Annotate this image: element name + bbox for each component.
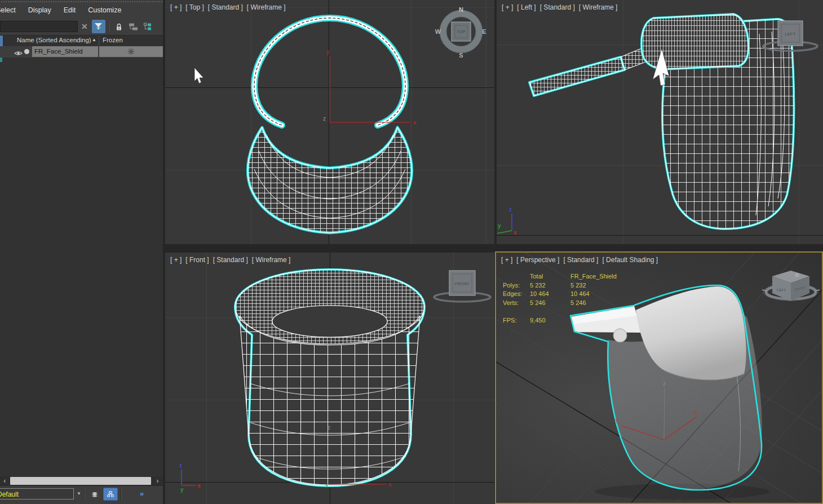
scene-explorer-menubar: Select Display Edit Customize [0,5,121,16]
hierarchy-flowchart-icon [107,490,114,498]
viewport-menu-shading[interactable]: [ Default Shading ] [602,256,658,264]
preset-dropdown[interactable]: Default [0,488,74,499]
viewcube-face-label: FRONT [455,281,470,286]
stats-total: 5 246 [530,299,546,306]
menu-select[interactable]: Select [0,5,16,16]
axis-label-x: x [413,119,417,126]
viewport-menu-general[interactable]: [ + ] [501,256,512,264]
preset-caret-icon[interactable]: ▼ [77,491,81,496]
hierarchy-expand-icon [144,23,153,31]
layers-icon [91,490,98,499]
axis-label-z: z [663,381,666,387]
viewport-menu-pov[interactable]: [ Left ] [517,3,536,11]
viewport-menu-shading[interactable]: [ Wireframe ] [252,256,291,264]
funnel-icon [94,22,103,31]
axis-label-y: y [326,48,330,55]
viewport-menu-shading[interactable]: [ Wireframe ] [579,3,618,11]
clipped-icon-fragment [0,58,2,62]
table-row[interactable]: FR_Face_Shield [0,46,163,58]
mouse-cursor [194,68,203,83]
lock-icon [115,23,123,31]
viewport-label: [ + ] [ Top ] [ Standard ] [ Wireframe ] [170,3,286,11]
svg-text:x: x [197,483,201,489]
viewport-menu-standard[interactable]: [ Standard ] [540,3,575,11]
viewport-menu-standard[interactable]: [ Standard ] [213,256,248,264]
viewport-front[interactable]: x y z z x y FRONT [ [165,253,494,504]
viewport-menu-shading[interactable]: [ Wireframe ] [247,3,286,11]
frozen-cell[interactable] [99,46,163,57]
scene-explorer-panel: Select Display Edit Customize ✕ [0,0,163,504]
sort-by-hierarchy-button[interactable] [103,488,118,501]
viewport-left[interactable]: z y x LEFT [ + ] [ Left ] [ Standard ] [… [497,0,823,244]
expand-hierarchy-button[interactable] [141,20,155,33]
axis-label-x: x [514,229,517,236]
stats-object: 10 464 [570,290,590,297]
axis-label-y: y [498,223,501,229]
stats-object: 5 232 [570,282,586,289]
axis-label-z: z [323,116,326,122]
search-toolbar: ✕ [0,19,156,34]
front-view-axis-tripod: z x y [179,462,201,493]
viewport-menu-general[interactable]: [ + ] [170,256,182,264]
horizontal-scrollbar[interactable]: ‹ › [0,476,163,485]
column-divider[interactable] [99,36,99,46]
scrollbar-thumb[interactable] [10,477,151,485]
lock-button[interactable] [112,20,126,33]
toolbar-separator [84,488,85,501]
left-view-axis-tripod: z y x [497,206,517,236]
scroll-right-arrow[interactable]: › [153,476,162,485]
axis-label-x: x [388,481,392,488]
viewcube-front[interactable]: FRONT [424,269,494,309]
stats-object: 5 246 [570,299,586,306]
fps-value: 9,450 [530,317,546,324]
axis-label-x: X [694,410,698,416]
stats-total: 10 464 [530,290,549,297]
viewport-menu-general[interactable]: [ + ] [502,3,513,11]
viewcube-top[interactable]: TOP N E S W [430,5,493,61]
viewport-menu-standard[interactable]: [ Standard ] [208,3,243,11]
object-type-dot-icon[interactable] [24,49,29,54]
viewport-menu-general[interactable]: [ + ] [170,3,182,11]
viewcube-face-label: LEFT [785,32,796,37]
toolbar-separator [108,21,109,32]
viewport-menu-pov[interactable]: [ Top ] [185,3,203,11]
search-input[interactable] [0,21,78,32]
viewcube-perspective[interactable]: LEFT FRONT [760,264,822,315]
viewport-menu-pov[interactable]: [ Front ] [185,256,209,264]
selection-column-chip [0,36,3,46]
scroll-left-arrow[interactable]: ‹ [0,476,10,485]
clear-search-icon[interactable]: ✕ [81,22,88,31]
viewport-menu-pov[interactable]: [ Perspective ] [516,256,559,264]
fps-label: FPS: [503,317,516,324]
object-name-cell[interactable]: FR_Face_Shield [32,46,98,57]
menu-customize[interactable]: Customize [88,5,121,16]
sort-ascending-icon: ▲ [92,37,96,42]
compass-north: N [459,6,463,13]
front-view-wireframe-model [235,269,424,486]
column-header-name[interactable]: Name (Sorted Ascending) [17,37,91,43]
viewport-top[interactable]: y x z TOP N E S W [ + ] [ Top ] [165,0,494,244]
menu-edit[interactable]: Edit [64,5,76,16]
viewport-label: [ + ] [ Left ] [ Standard ] [ Wireframe … [502,3,617,11]
frozen-snowflake-icon [127,48,135,55]
stats-label: Verts: [503,299,519,306]
svg-text:z: z [179,462,182,468]
axis-label-y: y [325,482,328,488]
statistics-overlay: Total FR_Face_Shield Polys: 5 232 5 232 … [501,268,641,330]
viewport-perspective[interactable]: z X Y LEFT FRONT [495,251,823,504]
viewport-label: [ + ] [ Perspective ] [ Standard ] [ Def… [501,256,658,264]
menu-display[interactable]: Display [28,5,51,16]
panel-drag-grip[interactable] [0,0,163,3]
display-layers-button[interactable] [88,488,101,501]
column-header-frozen[interactable]: Frozen [103,37,123,43]
compass-east: E [482,28,486,35]
stats-col-total: Total [530,273,543,280]
stats-col-object: FR_Face_Shield [570,273,617,280]
viewcube-left[interactable]: LEFT [753,14,823,54]
axis-label-z: z [509,206,512,213]
filter-button[interactable] [92,20,105,33]
viewport-menu-standard[interactable]: [ Standard ] [563,256,598,264]
3ds-max-window: Select Display Edit Customize ✕ [0,0,823,504]
more-tools-chevrons[interactable]: » [140,489,144,498]
collapse-hierarchy-button[interactable] [127,20,140,33]
